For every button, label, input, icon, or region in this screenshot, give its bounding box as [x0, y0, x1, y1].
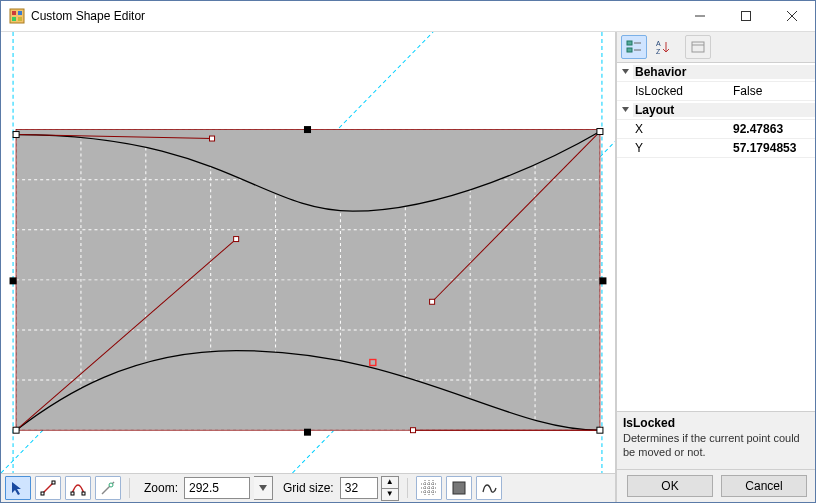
zoom-dropdown-button[interactable]	[254, 476, 273, 500]
chevron-down-icon	[617, 65, 633, 79]
tool-extra[interactable]	[95, 476, 121, 500]
svg-rect-27	[210, 136, 215, 141]
tool-select-point[interactable]	[5, 476, 31, 500]
chevron-down-icon	[617, 103, 633, 117]
categorized-button[interactable]	[621, 35, 647, 59]
svg-text:Z: Z	[656, 48, 661, 55]
bottom-toolbar: Zoom: Grid size: ▲ ▼	[1, 473, 615, 502]
property-grid[interactable]: BehaviorIsLockedFalseLayoutX92.47863Y57.…	[617, 63, 815, 411]
category-label: Layout	[633, 103, 815, 117]
grid-size-input[interactable]	[340, 477, 378, 499]
app-icon	[9, 8, 25, 24]
curve-preview-button[interactable]	[476, 476, 502, 500]
svg-rect-44	[82, 492, 85, 495]
grid-size-up[interactable]: ▲	[381, 476, 399, 489]
property-help: IsLocked Determines if the current point…	[617, 411, 815, 469]
svg-rect-46	[453, 482, 465, 494]
property-category[interactable]: Behavior	[617, 63, 815, 82]
property-name: IsLocked	[617, 84, 729, 98]
property-toolbar: AZ	[617, 32, 815, 63]
dialog-buttons: OK Cancel	[617, 469, 815, 502]
titlebar[interactable]: Custom Shape Editor	[1, 1, 815, 32]
property-row[interactable]: Y57.1794853	[617, 139, 815, 158]
svg-rect-34	[13, 427, 19, 433]
canvas-column: Zoom: Grid size: ▲ ▼	[1, 32, 616, 502]
ok-button[interactable]: OK	[627, 475, 713, 497]
property-value[interactable]: 92.47863	[729, 122, 815, 136]
snap-to-grid-button[interactable]	[416, 476, 442, 500]
svg-rect-42	[52, 481, 55, 484]
category-label: Behavior	[633, 65, 815, 79]
svg-rect-33	[597, 427, 603, 433]
window-buttons	[677, 1, 815, 31]
property-category[interactable]: Layout	[617, 101, 815, 120]
svg-rect-31	[13, 132, 19, 138]
svg-rect-48	[627, 48, 632, 52]
property-name: X	[617, 122, 729, 136]
svg-rect-35	[304, 126, 311, 133]
close-button[interactable]	[769, 1, 815, 31]
svg-rect-43	[71, 492, 74, 495]
zoom-label: Zoom:	[144, 481, 178, 495]
property-value[interactable]: False	[729, 84, 815, 98]
svg-rect-36	[599, 277, 606, 284]
separator	[129, 478, 130, 498]
property-row[interactable]: IsLockedFalse	[617, 82, 815, 101]
svg-rect-5	[742, 12, 751, 21]
svg-rect-29	[411, 428, 416, 433]
svg-rect-37	[304, 429, 311, 436]
tool-line-point[interactable]	[35, 476, 61, 500]
svg-rect-41	[41, 492, 44, 495]
svg-rect-3	[12, 17, 16, 21]
property-value[interactable]: 57.1794853	[729, 141, 815, 155]
property-help-desc: Determines if the current point could be…	[623, 432, 809, 460]
minimize-button[interactable]	[677, 1, 723, 31]
grid-size-spinner: ▲ ▼	[381, 476, 399, 501]
svg-rect-30	[234, 237, 239, 242]
svg-rect-51	[692, 42, 704, 52]
svg-rect-28	[430, 299, 435, 304]
svg-rect-4	[18, 17, 22, 21]
grid-size-label: Grid size:	[283, 481, 334, 495]
svg-rect-2	[18, 11, 22, 15]
grid-size-down[interactable]: ▼	[381, 489, 399, 501]
separator	[407, 478, 408, 498]
cancel-button[interactable]: Cancel	[721, 475, 807, 497]
tool-bezier-point[interactable]	[65, 476, 91, 500]
svg-rect-47	[627, 41, 632, 45]
svg-text:A: A	[656, 40, 661, 47]
svg-rect-38	[10, 277, 17, 284]
svg-rect-32	[597, 129, 603, 135]
svg-point-45	[109, 483, 113, 487]
window-title: Custom Shape Editor	[31, 9, 677, 23]
property-pages-button[interactable]	[685, 35, 711, 59]
property-row[interactable]: X92.47863	[617, 120, 815, 139]
property-name: Y	[617, 141, 729, 155]
property-help-title: IsLocked	[623, 416, 809, 430]
zoom-input[interactable]	[184, 477, 250, 499]
property-panel: AZ BehaviorIsLockedFalseLayoutX92.47863Y…	[616, 32, 815, 502]
svg-rect-1	[12, 11, 16, 15]
shape-canvas[interactable]	[1, 32, 615, 473]
maximize-button[interactable]	[723, 1, 769, 31]
fill-preview-button[interactable]	[446, 476, 472, 500]
window: Custom Shape Editor Zoom: Grid size:	[0, 0, 816, 503]
alphabetical-button[interactable]: AZ	[649, 35, 675, 59]
